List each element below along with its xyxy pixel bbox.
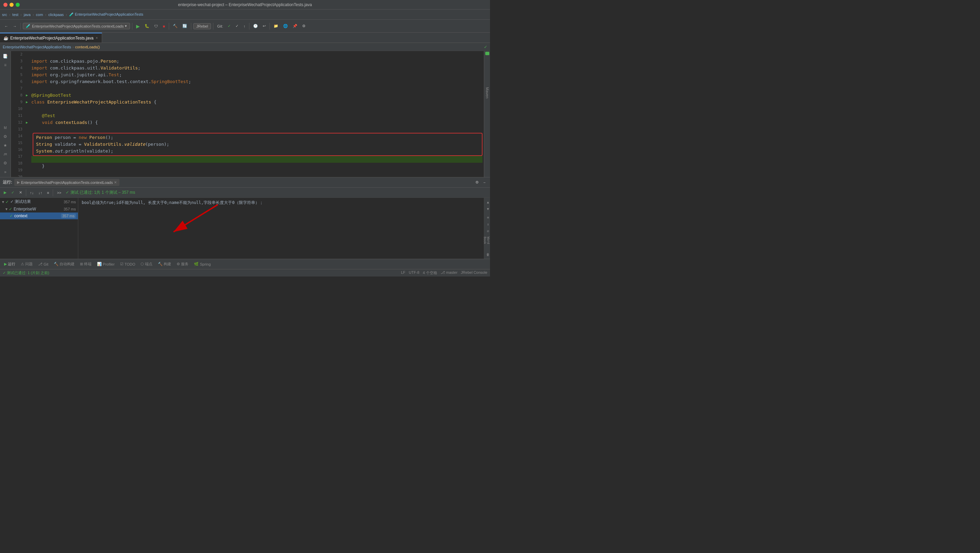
format-icon[interactable]: ↕ — [484, 222, 490, 227]
nav-clickpaas[interactable]: clickpaas — [48, 13, 64, 17]
toolbar-issues-label: 问题 — [25, 261, 33, 267]
forward-button[interactable]: → — [11, 23, 18, 29]
jrebel-sidebar-icon[interactable]: JR — [2, 150, 9, 158]
scroll-down-icon[interactable]: ▼ — [484, 206, 490, 212]
nav-test[interactable]: test — [12, 13, 18, 17]
breadcrumb-class[interactable]: EnterpriseWechatProjectApplicationTests — [3, 45, 71, 49]
run-panel-close-btn[interactable]: − — [482, 179, 487, 186]
git-pull-button[interactable]: ↑ — [242, 23, 247, 29]
toolbar-build-auto-item[interactable]: 🔨 自动构建 — [52, 261, 76, 267]
left-sidebar: 📑 ≡ M ⚙ ★ JR ⚙ » — [0, 51, 11, 177]
copy-icon[interactable]: ≡ — [484, 215, 490, 220]
git-check-button[interactable]: ✓ — [226, 23, 232, 29]
run-with-coverage-button[interactable]: 🛡 — [153, 23, 159, 29]
vcs-button[interactable]: 📁 — [272, 23, 280, 29]
sidebar-bottom2-icon[interactable]: ★ — [2, 142, 9, 149]
editor-tab[interactable]: ☕ EnterpriseWechatProjectApplicationTest… — [0, 33, 102, 43]
sort-asc-btn[interactable]: ↑↓ — [28, 190, 35, 196]
maximize-button[interactable] — [16, 3, 20, 7]
encoding-indicator[interactable]: UTF-8 — [409, 270, 419, 276]
history-button[interactable]: 🕐 — [251, 23, 259, 29]
filter-output-icon[interactable]: ⊘ — [484, 228, 490, 234]
tab-bar: ☕ EnterpriseWechatProjectApplicationTest… — [0, 33, 490, 43]
chevron-down-icon: ▾ — [125, 24, 127, 28]
toolbar-run-label: 运行 — [8, 261, 15, 267]
breadcrumb-method[interactable]: contextLoads() — [75, 45, 100, 49]
toolbar-build-item[interactable]: 🔨 构建 — [156, 261, 173, 267]
sidebar-maven-icon[interactable]: M — [2, 124, 9, 131]
output-delete-icon[interactable]: 🗑 — [484, 252, 490, 257]
endpoints-icon: ⬡ — [140, 262, 144, 266]
nav-java[interactable]: java — [24, 13, 30, 17]
git-button[interactable]: Git: — [215, 23, 224, 29]
test-run-btn[interactable]: ▶ — [2, 189, 8, 196]
run-class-icon[interactable]: ▶ — [24, 92, 29, 99]
close-button[interactable] — [3, 3, 8, 7]
stop-button[interactable]: ■ — [161, 23, 167, 29]
revert-button[interactable]: ↩ — [261, 23, 267, 29]
test-results-item[interactable]: ▾ ✓ ✓ 测试结果 357 ms — [0, 198, 78, 206]
code-line-12: void contextLoads() { — [31, 119, 482, 126]
nav-src[interactable]: src — [2, 13, 7, 17]
run-panel-settings-btn[interactable]: ⚙ — [474, 179, 480, 186]
right-scrollbar[interactable] — [484, 51, 490, 177]
git-branch-indicator[interactable]: ⎇ master — [441, 270, 458, 276]
code-line-4: import com.clickpaas.uitl.ValidatorUtils… — [31, 65, 482, 72]
run-class-icon2[interactable]: ▶ — [24, 99, 29, 105]
code-line-16: System.out.println(validate); — [36, 148, 479, 155]
indent-indicator[interactable]: 4 个空格 — [423, 270, 437, 276]
expand-all-btn[interactable]: >> — [55, 190, 63, 196]
toolbar-terminal-item[interactable]: ⊞ 终端 — [78, 261, 94, 267]
services-icon: ⚙ — [177, 262, 180, 266]
enterprise-item[interactable]: ▾ ✓ EnterpriseW 357 ms — [0, 206, 78, 212]
run-button[interactable]: ▶ — [134, 22, 142, 30]
run-config-selector[interactable]: 🧪 EnterpriseWechatProjectApplicationTest… — [23, 23, 130, 29]
pin-button[interactable]: 📌 — [291, 23, 299, 29]
run-tab-close[interactable]: ✕ — [114, 180, 117, 184]
nav-class[interactable]: 🧪 EnterpriseWechatProjectApplicationTest… — [69, 12, 143, 17]
code-line-10 — [31, 105, 482, 112]
test-rerun-btn[interactable]: ✓ — [10, 189, 16, 196]
scroll-up-icon[interactable]: ▲ — [484, 199, 490, 205]
lf-indicator[interactable]: LF — [401, 270, 405, 276]
sidebar-bottom1-icon[interactable]: ⚙ — [2, 133, 9, 140]
run-play-icon: ▶ — [4, 262, 7, 266]
run-method-icon[interactable]: ▶ — [24, 119, 29, 126]
toolbar-services-item[interactable]: ⚙ 服务 — [175, 261, 191, 267]
scroll-indicator — [485, 52, 489, 55]
traffic-lights — [3, 3, 20, 7]
sync-button[interactable]: 🔄 — [181, 23, 189, 29]
sort-desc-btn[interactable]: ↓↑ — [37, 190, 44, 196]
nav-com[interactable]: com — [36, 13, 43, 17]
git-push-button[interactable]: ✓ — [234, 23, 240, 29]
toolbar-endpoints-item[interactable]: ⬡ 端点 — [138, 261, 154, 267]
maven-sidebar-label[interactable]: Maven — [484, 85, 490, 100]
toolbar-issues-item[interactable]: ⚠ 问题 — [19, 261, 35, 267]
back-button[interactable]: ← — [3, 23, 10, 29]
settings-button[interactable]: ⚙ — [301, 23, 307, 29]
toolbar-spring-item[interactable]: 🌿 Spring — [192, 261, 213, 267]
toolbar-todo-item[interactable]: ☑ TODO — [118, 261, 137, 267]
filter-btn[interactable]: ≡ — [45, 190, 51, 196]
sidebar-gear-icon[interactable]: ⚙ — [2, 159, 9, 167]
toolbar-git-item[interactable]: ⎇ Git — [36, 261, 50, 267]
context-time: 357 ms — [61, 214, 76, 218]
sidebar-structure-icon[interactable]: ≡ — [2, 61, 9, 69]
run-panel-tab[interactable]: ▶ EnterpriseWechatProjectApplicationTest… — [14, 179, 119, 186]
sidebar-bookmarks-icon[interactable]: 📑 — [2, 53, 9, 60]
test-stop-btn[interactable]: ✕ — [18, 189, 24, 196]
enterprise-time: 357 ms — [64, 207, 76, 211]
code-line-19 — [31, 170, 482, 176]
code-editor-area: 2 3 4 5 6 7 8 9 10 11 12 13 14 15 16 17 … — [11, 51, 484, 177]
jrebel-console-label[interactable]: JRebel Console — [461, 270, 487, 276]
minimize-button[interactable] — [10, 3, 14, 7]
jrebel-button[interactable]: JRebel — [193, 23, 211, 29]
tab-close-button[interactable]: × — [95, 36, 99, 40]
toolbar-run-item[interactable]: ▶ 运行 — [2, 261, 18, 267]
debug-button[interactable]: 🐛 — [143, 23, 151, 29]
build-button[interactable]: 🔨 — [171, 23, 179, 29]
toolbar-profiler-item[interactable]: 📊 Profiler — [95, 261, 117, 267]
context-item[interactable]: ✓ context 357 ms — [0, 212, 78, 219]
translate-button[interactable]: 🌐 — [282, 23, 290, 29]
sidebar-expand-icon[interactable]: » — [2, 168, 9, 176]
